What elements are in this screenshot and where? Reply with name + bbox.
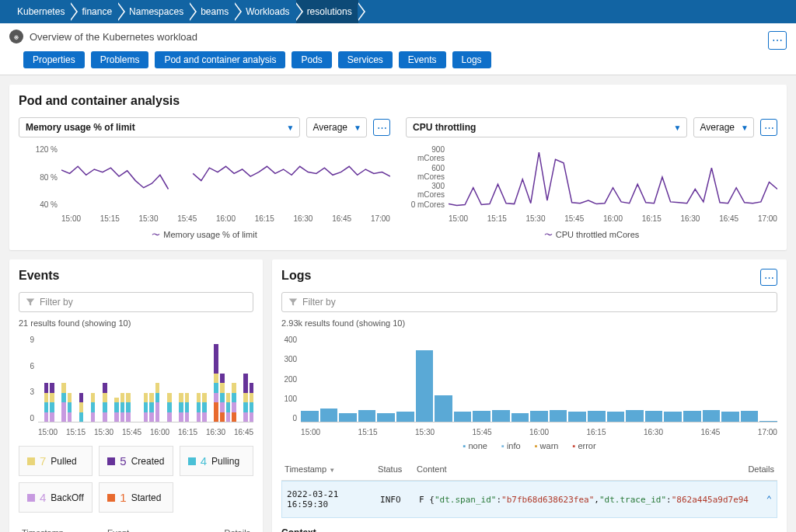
breadcrumb-kubernetes[interactable]: Kubernetes [6,0,71,23]
memory-x-axis: 15:0015:1515:3015:4516:0016:1516:3016:45… [61,214,390,223]
events-results-count: 21 results found (showing 10) [19,318,253,328]
events-legend: 7Pulled5Created4Pulling4BackOff1Started [19,446,253,513]
cpu-line-plot [449,145,777,209]
logs-col-timestamp[interactable]: Timestamp ▼ [285,464,378,474]
logs-card-menu[interactable]: ⋯ [760,269,777,286]
events-filter-input[interactable]: Filter by [19,292,253,312]
kubernetes-icon: ⎈ [9,30,23,43]
logs-filter-input[interactable]: Filter by [281,292,777,312]
breadcrumb-finance[interactable]: finance [71,0,118,23]
cpu-legend: 〜CPU throttled mCores [406,229,777,241]
events-filter-placeholder: Filter by [40,297,73,308]
event-legend-pulled[interactable]: 7Pulled [19,446,93,476]
page-title: Overview of the Kubernetes workload [30,31,197,43]
memory-agg-select[interactable]: Average▼ [306,117,367,137]
events-col-event[interactable]: Event▾ [107,528,211,532]
tab-pod-analysis[interactable]: Pod and container analysis [155,51,285,68]
logs-legend: none info warn error [281,441,777,450]
event-legend-created[interactable]: 5Created [99,446,173,476]
chevron-down-icon: ▼ [287,123,295,132]
header-menu-button[interactable]: ⋯ [768,31,787,50]
memory-chart-menu[interactable]: ⋯ [373,119,390,136]
cpu-chart: CPU throttling▼ Average▼ ⋯ 900 mCores600… [406,117,777,241]
logs-filter-placeholder: Filter by [302,297,336,308]
tab-services[interactable]: Services [338,51,393,68]
tab-problems[interactable]: Problems [91,51,149,68]
logs-context-title: Context [281,527,777,532]
breadcrumb-workloads[interactable]: Workloads [235,0,295,23]
logs-col-details: Details [735,464,774,474]
cpu-y-axis: 900 mCores600 mCores300 mCores0 mCores [406,145,445,209]
log-row-timestamp: 2022-03-21 16:59:30 [287,489,380,509]
log-legend-warn[interactable]: warn [535,441,559,450]
events-col-timestamp[interactable]: Timestamp▾ [22,528,107,532]
tab-properties[interactable]: Properties [23,51,85,68]
analysis-title: Pod and container analysis [19,94,777,108]
memory-metric-select[interactable]: Memory usage % of limit▼ [19,117,300,137]
collapse-row-icon[interactable]: ⌃ [766,494,772,505]
section-tabs: Properties Problems Pod and container an… [23,51,787,68]
breadcrumb: Kubernetes finance Namespaces beams Work… [0,0,796,23]
cpu-agg-select[interactable]: Average▼ [693,117,754,137]
logs-col-content[interactable]: Content [417,464,735,474]
events-table-header: Timestamp▾ Event▾ Details [19,522,253,532]
log-row-content: F {"dt.span_id":"b7fb68d638623fea","dt.t… [419,495,749,505]
breadcrumb-resolutions[interactable]: resolutions [296,0,358,23]
chevron-down-icon: ▼ [741,123,749,132]
log-legend-none[interactable]: none [463,441,487,450]
events-title: Events [19,269,253,283]
memory-chart: Memory usage % of limit▼ Average▼ ⋯ 120 … [19,117,390,241]
logs-col-status[interactable]: Status [378,464,417,474]
events-card: Events Filter by 21 results found (showi… [9,259,263,532]
events-col-details: Details [211,528,250,532]
logs-bar-chart: 4003002001000 15:0015:1515:3015:4516:001… [281,336,777,436]
breadcrumb-namespaces[interactable]: Namespaces [118,0,190,23]
memory-y-axis: 120 %80 %40 % [19,145,58,209]
chevron-down-icon: ▼ [354,123,361,132]
log-legend-error[interactable]: error [572,441,595,450]
log-row-status: INFO [380,495,419,505]
analysis-card: Pod and container analysis Memory usage … [9,85,787,250]
page-header: ⎈ Overview of the Kubernetes workload ⋯ … [0,23,796,75]
tab-events[interactable]: Events [399,51,446,68]
logs-table-header: Timestamp ▼ Status Content Details [281,458,777,481]
events-bar-chart: 9630 15:0015:1515:3015:4516:0016:1516:30… [19,336,253,436]
logs-title: Logs [281,269,777,283]
memory-legend: 〜Memory usage % of limit [19,229,390,241]
event-legend-pulling[interactable]: 4Pulling [180,446,253,476]
filter-icon [288,297,298,307]
log-legend-info[interactable]: info [501,441,521,450]
logs-results-count: 2.93k results found (showing 10) [281,318,777,328]
cpu-x-axis: 15:0015:1515:3015:4516:0016:1516:3016:45… [449,214,777,223]
logs-table-row[interactable]: 2022-03-21 16:59:30 INFO F {"dt.span_id"… [281,481,777,518]
chevron-down-icon: ▼ [674,123,682,132]
cpu-chart-menu[interactable]: ⋯ [760,119,777,136]
event-legend-started[interactable]: 1Started [99,482,173,513]
filter-icon [26,297,35,307]
event-legend-backoff[interactable]: 4BackOff [19,482,93,513]
cpu-metric-select[interactable]: CPU throttling▼ [406,117,687,137]
tab-logs[interactable]: Logs [452,51,491,68]
logs-card: ⋯ Logs Filter by 2.93k results found (sh… [272,259,787,532]
memory-line-plot [61,145,390,209]
tab-pods[interactable]: Pods [292,51,331,68]
